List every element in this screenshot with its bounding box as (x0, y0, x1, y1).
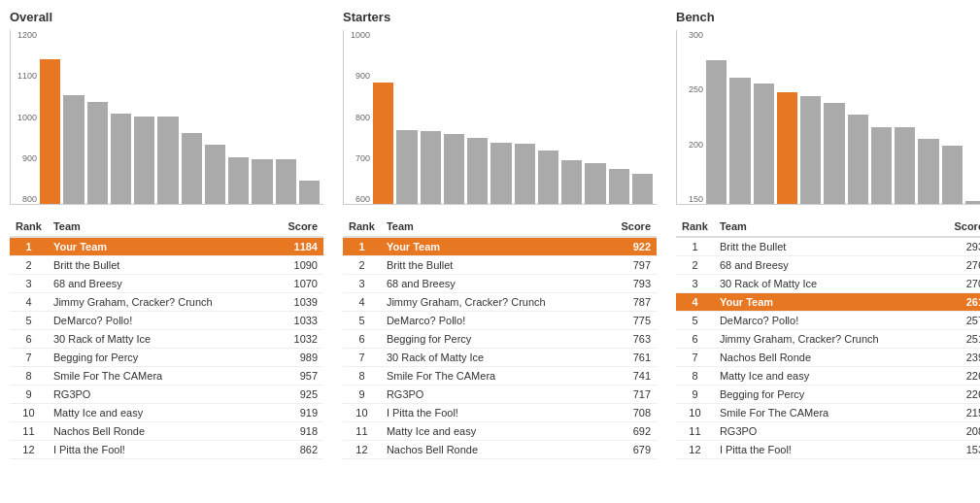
team-cell: Nachos Bell Ronde (381, 441, 603, 459)
score-cell: 215 (936, 404, 980, 422)
table-row: 730 Rack of Matty Ice761 (343, 349, 657, 367)
team-cell: DeMarco? Pollo! (381, 312, 603, 330)
chart-bar (777, 92, 797, 204)
bench-chart: 300250200150 (676, 30, 980, 205)
team-cell: RG3PO (714, 422, 936, 441)
y-axis-label: 250 (689, 84, 703, 94)
rank-cell: 2 (343, 256, 381, 275)
y-axis-label: 700 (355, 153, 370, 163)
table-row: 5DeMarco? Pollo!775 (343, 312, 657, 330)
table-row: 268 and Breesy276 (676, 256, 980, 275)
rank-cell: 6 (343, 330, 381, 349)
bench-bars (706, 30, 980, 204)
bench-y-axis: 300250200150 (677, 30, 706, 204)
table-row: 368 and Breesy793 (343, 275, 657, 293)
table-row: 330 Rack of Matty Ice270 (676, 275, 980, 293)
rank-cell: 12 (676, 441, 714, 459)
chart-bar (421, 131, 441, 204)
team-cell: Nachos Bell Ronde (48, 422, 270, 441)
section-bench: Bench300250200150RankTeamScore1Britt the… (676, 10, 980, 459)
score-cell: 1184 (270, 237, 323, 256)
bench-chart-area: 300250200150 (676, 30, 980, 205)
table-row: 2Britt the Bullet797 (343, 256, 657, 275)
chart-bar (134, 117, 154, 204)
y-axis-label: 800 (22, 194, 37, 204)
overall-table: RankTeamScore1Your Team11842Britt the Bu… (10, 217, 323, 459)
team-cell: DeMarco? Pollo! (714, 312, 936, 330)
rank-cell: 10 (676, 404, 714, 422)
chart-bar (515, 144, 535, 204)
chart-bar (632, 174, 653, 204)
team-cell: DeMarco? Pollo! (48, 312, 270, 330)
team-cell: 68 and Breesy (381, 275, 603, 293)
y-axis-label: 900 (355, 71, 370, 81)
table-row: 2Britt the Bullet1090 (10, 256, 323, 275)
table-row: 6Jimmy Graham, Cracker? Crunch251 (676, 330, 980, 349)
team-cell: Smile For The CAMera (714, 404, 936, 422)
team-cell: Matty Ice and easy (714, 367, 936, 386)
table-row: 7Begging for Percy989 (10, 349, 323, 367)
rank-cell: 6 (10, 330, 48, 349)
bench-table: RankTeamScore1Britt the Bullet293268 and… (676, 217, 980, 459)
y-axis-label: 900 (22, 153, 37, 163)
y-axis-label: 200 (689, 140, 703, 150)
score-cell: 957 (270, 367, 323, 386)
rank-cell: 7 (343, 349, 381, 367)
score-cell: 797 (603, 256, 657, 275)
score-cell: 862 (270, 441, 323, 459)
rank-cell: 6 (676, 330, 714, 349)
rank-cell: 4 (343, 293, 381, 312)
team-cell: 30 Rack of Matty Ice (714, 275, 936, 293)
team-cell: Britt the Bullet (714, 237, 936, 256)
chart-bar (373, 83, 393, 204)
rank-cell: 3 (343, 275, 381, 293)
rank-cell: 11 (10, 422, 48, 441)
y-axis-label: 800 (355, 113, 370, 122)
team-cell: Matty Ice and easy (381, 422, 603, 441)
score-cell: 919 (270, 404, 323, 422)
table-row: 9RG3PO925 (10, 386, 323, 404)
chart-bar (396, 130, 417, 204)
chart-bar (40, 59, 60, 204)
rank-cell: 3 (10, 275, 48, 293)
score-cell: 276 (936, 256, 980, 275)
score-cell: 226 (936, 367, 980, 386)
table-row: 1Your Team1184 (10, 237, 323, 256)
table-row: 4Jimmy Graham, Cracker? Crunch787 (343, 293, 657, 312)
table-row: 12Nachos Bell Ronde679 (343, 441, 657, 459)
chart-bar (252, 159, 272, 204)
score-cell: 226 (936, 386, 980, 404)
y-axis-label: 1200 (17, 30, 37, 40)
y-axis-label: 1000 (351, 30, 370, 40)
chart-bar (871, 127, 892, 204)
rank-cell: 4 (676, 293, 714, 312)
chart-bar (467, 138, 488, 204)
rank-cell: 3 (676, 275, 714, 293)
score-cell: 922 (603, 237, 657, 256)
table-row: 8Smile For The CAMera741 (343, 367, 657, 386)
rank-cell: 11 (676, 422, 714, 441)
score-cell: 989 (270, 349, 323, 367)
team-cell: RG3PO (48, 386, 270, 404)
rank-cell: 2 (676, 256, 714, 275)
starters-y-axis: 1000900800700600 (344, 30, 373, 204)
rank-cell: 5 (10, 312, 48, 330)
main-container: Overall120011001000900800RankTeamScore1Y… (10, 10, 980, 459)
chart-bar (182, 133, 202, 204)
table-row: 9Begging for Percy226 (676, 386, 980, 404)
overall-chart: 120011001000900800 (10, 30, 323, 205)
section-overall: Overall120011001000900800RankTeamScore1Y… (10, 10, 323, 459)
table-row: 1Your Team922 (343, 237, 657, 256)
chart-bar (895, 127, 915, 204)
team-cell: Britt the Bullet (381, 256, 603, 275)
team-cell: Jimmy Graham, Cracker? Crunch (48, 293, 270, 312)
team-cell: Your Team (381, 237, 603, 256)
rank-cell: 8 (10, 367, 48, 386)
chart-bar (729, 78, 750, 204)
chart-bar (824, 103, 844, 204)
table-header-row: RankTeamScore (10, 217, 323, 237)
chart-bar (918, 139, 938, 204)
score-cell: 261 (936, 293, 980, 312)
table-row: 1Britt the Bullet293 (676, 237, 980, 256)
rank-cell: 5 (676, 312, 714, 330)
